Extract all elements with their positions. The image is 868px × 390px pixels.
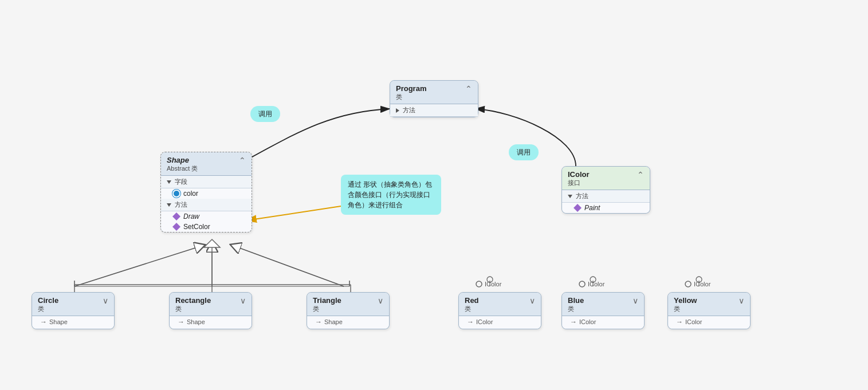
program-title-group: Program 类 [396,84,426,101]
inherit-arrow-icon: → [570,318,577,326]
shape-color-item: color [161,188,252,199]
program-body: 方法 [390,104,478,117]
shape-methods-section: 方法 [161,199,252,211]
yellow-implements: → IColor [668,316,750,329]
yellow-chevron[interactable]: ∨ [739,296,744,305]
invoke1-callout: 调用 [250,106,280,122]
yellow-body: → IColor [668,316,750,329]
rectangle-chevron[interactable]: ∨ [240,296,246,305]
red-chevron[interactable]: ∨ [529,296,535,305]
blue-icolor-label: IColor [579,281,604,287]
blue-subtitle: 类 [568,305,584,313]
icolor-paint-label: Paint [584,204,600,212]
program-methods-label: 方法 [396,106,472,115]
shape-fields-label: 字段 [167,178,246,186]
circle-subtitle: 类 [38,305,58,313]
yellow-header: Yellow 类 ∨ [668,293,750,316]
shape-methods-label: 方法 [167,200,246,209]
triangle-body: → Shape [307,316,389,329]
invoke2-text: 调用 [517,148,531,156]
shape-draw-item: Draw [161,211,252,222]
shape-header: Shape Abstract 类 ⌃ [161,152,252,176]
circle-inherit: → Shape [32,316,114,329]
shape-color-label: color [183,190,198,198]
icolor-node: IColor 接口 ⌃ 方法 Paint [561,166,650,214]
circle-header: Circle 类 ∨ [32,293,114,316]
triangle-inherit: → Shape [307,316,389,329]
icolor-chevron[interactable]: ⌃ [637,170,644,179]
rectangle-node: Rectangle 类 ∨ → Shape [169,292,252,329]
program-header: Program 类 ⌃ [390,81,478,104]
rectangle-title: Rectangle [175,296,211,305]
shape-setcolor-label: SetColor [183,223,210,231]
triangle-chevron[interactable]: ∨ [378,296,383,305]
icolor-subtitle: 接口 [568,179,590,187]
yellow-title-group: Yellow 类 [674,296,697,313]
red-implements: → IColor [459,316,541,329]
circle-node: Circle 类 ∨ → Shape [32,292,115,329]
triangle-header: Triangle 类 ∨ [307,293,389,316]
inherit-arrow-icon: → [467,318,474,326]
triangle-title: Triangle [313,296,341,305]
circle-chevron[interactable]: ∨ [103,296,108,305]
program-node: Program 类 ⌃ 方法 [390,80,478,117]
rectangle-body: → Shape [170,316,252,329]
shape-title-group: Shape Abstract 类 [167,156,198,173]
shape-node: Shape Abstract 类 ⌃ 字段 color 方法 [160,152,252,233]
red-subtitle: 类 [465,305,479,313]
program-chevron[interactable]: ⌃ [465,84,472,93]
blue-implements: → IColor [562,316,644,329]
svg-line-4 [74,246,201,286]
inherit-arrow-icon: → [178,318,184,326]
methods-triangle-icon [396,108,399,113]
shape-title: Shape [167,156,198,164]
icolor-title: IColor [568,170,590,179]
invoke1-text: 调用 [258,110,272,118]
blue-header: Blue 类 ∨ [562,293,644,316]
yellow-subtitle: 类 [674,305,697,313]
shape-subtitle: Abstract 类 [167,164,198,173]
program-subtitle: 类 [396,93,426,101]
shape-setcolor-item: SetColor [161,222,252,232]
blue-title-group: Blue 类 [568,296,584,313]
rectangle-inherit: → Shape [170,316,252,329]
fields-triangle-icon [167,180,171,184]
composition-text: 通过 形状（抽象类角色）包含颜色接口（行为实现接口角色）来进行组合 [348,180,432,209]
methods-triangle-icon [568,195,572,198]
shape-chevron[interactable]: ⌃ [239,156,246,165]
rectangle-header: Rectangle 类 ∨ [170,293,252,316]
icolor-methods-section: 方法 [562,190,650,203]
svg-marker-24 [204,239,220,247]
program-title: Program [396,84,426,93]
icolor-body: 方法 Paint [562,190,650,213]
icolor-paint-item: Paint [562,203,650,213]
circle-title-group: Circle 类 [38,296,58,313]
icolor-methods-label: 方法 [568,192,644,200]
blue-chevron[interactable]: ∨ [633,296,638,305]
method-icon [172,223,180,231]
red-title: Red [465,296,479,305]
rectangle-subtitle: 类 [175,305,211,313]
circle-title: Circle [38,296,58,305]
svg-point-17 [579,281,585,287]
program-methods-section: 方法 [390,104,478,117]
field-icon [172,190,180,198]
blue-title: Blue [568,296,584,305]
yellow-node: Yellow 类 ∨ → IColor [667,292,751,329]
red-icolor-label: IColor [476,281,501,287]
triangle-subtitle: 类 [313,305,341,313]
diagram-canvas: Program 类 ⌃ 方法 Shape Abstract 类 ⌃ [0,0,868,390]
svg-point-16 [476,281,482,287]
composition-callout: 通过 形状（抽象类角色）包含颜色接口（行为实现接口角色）来进行组合 [341,175,441,215]
icolor-title-group: IColor 接口 [568,170,590,187]
circle-connector-icon [579,281,586,287]
blue-node: Blue 类 ∨ → IColor [561,292,645,329]
method-icon [172,212,180,220]
circle-connector-icon [476,281,482,287]
invoke2-callout: 调用 [509,144,539,160]
rectangle-title-group: Rectangle 类 [175,296,211,313]
shape-body: 字段 color 方法 Draw SetColor [161,176,252,232]
icolor-header: IColor 接口 ⌃ [562,167,650,190]
triangle-title-group: Triangle 类 [313,296,341,313]
svg-line-6 [235,246,344,286]
